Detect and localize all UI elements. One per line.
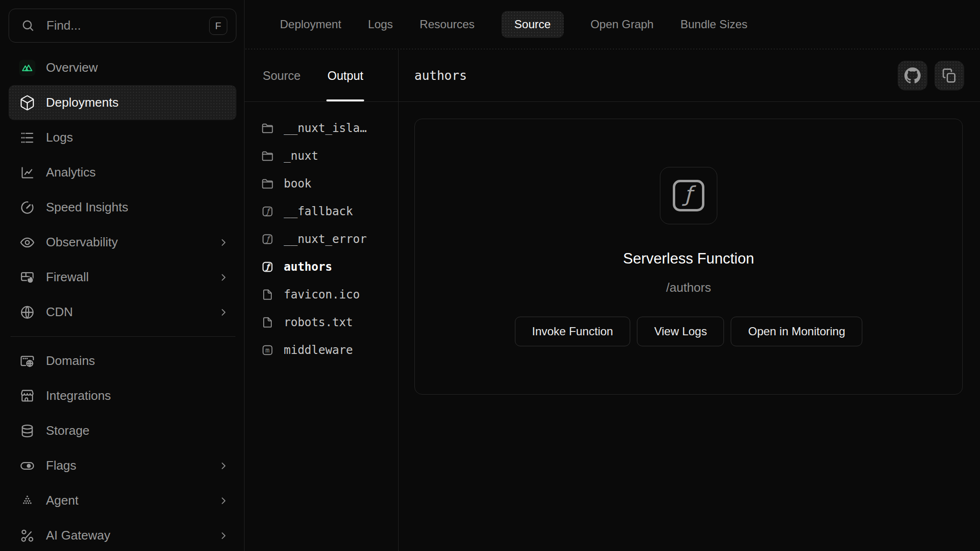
tab-resources[interactable]: Resources	[420, 18, 475, 31]
file-name: authors	[284, 260, 332, 274]
serverless-function-icon: ƒ	[673, 180, 704, 211]
file-row-nuxt-island[interactable]: __nuxt_isla…	[245, 114, 398, 142]
file-row-favicon[interactable]: favicon.ico	[245, 281, 398, 309]
sidebar-item-label: Firewall	[46, 270, 89, 285]
tab-output-files[interactable]: Output	[327, 50, 363, 101]
tab-output-files-label: Output	[327, 69, 363, 83]
svg-text:ƒ: ƒ	[266, 207, 271, 216]
tab-open-graph[interactable]: Open Graph	[590, 18, 654, 31]
sidebar-item-label: Speed Insights	[46, 200, 128, 215]
file-row-nuxt[interactable]: _nuxt	[245, 142, 398, 170]
project-logo-icon	[19, 60, 35, 76]
file-name: __fallback	[284, 205, 353, 218]
toggle-icon	[19, 458, 35, 474]
sidebar-item-domains[interactable]: Domains	[9, 343, 236, 378]
file-name: middleware	[284, 343, 353, 357]
svg-text:ƒ: ƒ	[266, 234, 271, 243]
file-name: robots.txt	[284, 316, 353, 329]
sidebar-item-label: Agent	[46, 493, 78, 508]
header-actions	[898, 61, 964, 90]
file-icon	[261, 316, 274, 329]
sidebar-item-observability[interactable]: Observability	[9, 225, 236, 260]
sidebar-item-overview[interactable]: Overview	[9, 50, 236, 85]
subheader: Source Output authors	[245, 50, 980, 102]
sidebar-item-storage[interactable]: Storage	[9, 413, 236, 448]
copy-button[interactable]	[935, 61, 964, 90]
sidebar-item-label: Logs	[46, 130, 73, 145]
nodes-icon	[19, 528, 35, 544]
sidebar-item-logs[interactable]: Logs	[9, 120, 236, 155]
function-path: /authors	[666, 280, 711, 295]
function-actions: Invoke Function View Logs Open in Monito…	[515, 317, 863, 346]
view-logs-button[interactable]: View Logs	[637, 317, 724, 346]
invoke-function-button[interactable]: Invoke Function	[515, 317, 630, 346]
tab-source[interactable]: Source	[501, 11, 564, 38]
agent-dots-icon	[19, 493, 35, 509]
sidebar-item-cdn[interactable]: CDN	[9, 295, 236, 330]
file-row-nuxt-error[interactable]: ƒ __nuxt_error	[245, 225, 398, 253]
search-input[interactable]: Find... F	[9, 9, 236, 43]
file-row-middleware[interactable]: m middleware	[245, 336, 398, 364]
output-file-tree: __nuxt_isla… _nuxt book ƒ __fallba	[245, 102, 399, 551]
open-in-monitoring-button[interactable]: Open in Monitoring	[731, 317, 862, 346]
sidebar-item-label: Flags	[46, 458, 77, 473]
function-file-icon: ƒ	[261, 260, 274, 274]
gauge-icon	[19, 199, 35, 216]
file-name: book	[284, 177, 312, 190]
sidebar-divider	[11, 336, 235, 337]
tab-deployment[interactable]: Deployment	[280, 18, 341, 31]
file-row-robots[interactable]: robots.txt	[245, 309, 398, 336]
search-icon	[21, 18, 36, 33]
sidebar-item-label: Integrations	[46, 388, 111, 403]
selected-file-title: authors	[414, 68, 467, 83]
svg-text:m: m	[266, 346, 270, 354]
active-tab-underline	[326, 99, 364, 101]
tab-logs[interactable]: Logs	[368, 18, 393, 31]
file-name: __nuxt_error	[284, 232, 367, 246]
chart-icon	[19, 165, 35, 181]
main-area: Deployment Logs Resources Source Open Gr…	[245, 0, 980, 551]
file-row-authors[interactable]: ƒ authors	[245, 253, 398, 281]
chevron-right-icon	[218, 461, 229, 471]
file-row-fallback[interactable]: ƒ __fallback	[245, 198, 398, 225]
sidebar-item-speed-insights[interactable]: Speed Insights	[9, 190, 236, 225]
sidebar-item-integrations[interactable]: Integrations	[9, 378, 236, 413]
search-placeholder: Find...	[46, 18, 199, 33]
tab-source-files[interactable]: Source	[263, 50, 301, 101]
middleware-file-icon: m	[261, 343, 274, 357]
tab-bundle-sizes[interactable]: Bundle Sizes	[680, 18, 747, 31]
svg-text:ƒ: ƒ	[265, 262, 271, 271]
storefront-icon	[19, 388, 35, 404]
source-output-tabs: Source Output	[245, 50, 399, 101]
github-icon	[904, 67, 921, 84]
folder-icon	[261, 121, 274, 135]
firewall-icon	[19, 269, 35, 286]
file-row-book[interactable]: book	[245, 170, 398, 198]
sidebar-item-label: Overview	[46, 60, 98, 75]
function-type-label: Serverless Function	[623, 250, 754, 267]
folder-icon	[261, 149, 274, 163]
sidebar-item-label: Storage	[46, 423, 89, 438]
sidebar: Find... F Overview Deployments Logs	[0, 0, 245, 551]
function-icon-tile: ƒ	[660, 167, 717, 224]
sidebar-item-ai-gateway[interactable]: AI Gateway	[9, 518, 236, 551]
file-icon	[261, 288, 274, 301]
github-button[interactable]	[898, 61, 927, 90]
globe-icon	[19, 304, 35, 320]
function-card: ƒ Serverless Function /authors Invoke Fu…	[414, 119, 963, 395]
sidebar-item-analytics[interactable]: Analytics	[9, 155, 236, 190]
list-icon	[19, 130, 35, 146]
cube-icon	[19, 95, 35, 111]
function-glyph: ƒ	[684, 184, 692, 205]
file-name: favicon.ico	[284, 288, 360, 301]
copy-icon	[941, 67, 958, 84]
sidebar-item-agent[interactable]: Agent	[9, 483, 236, 518]
tab-source-files-label: Source	[263, 69, 301, 83]
sidebar-item-label: Deployments	[46, 95, 119, 110]
sidebar-item-label: Domains	[46, 353, 95, 368]
sidebar-item-firewall[interactable]: Firewall	[9, 260, 236, 295]
sidebar-item-flags[interactable]: Flags	[9, 448, 236, 483]
sidebar-item-deployments[interactable]: Deployments	[9, 85, 236, 120]
domains-icon	[19, 353, 35, 369]
content-panel: ƒ Serverless Function /authors Invoke Fu…	[399, 102, 980, 551]
